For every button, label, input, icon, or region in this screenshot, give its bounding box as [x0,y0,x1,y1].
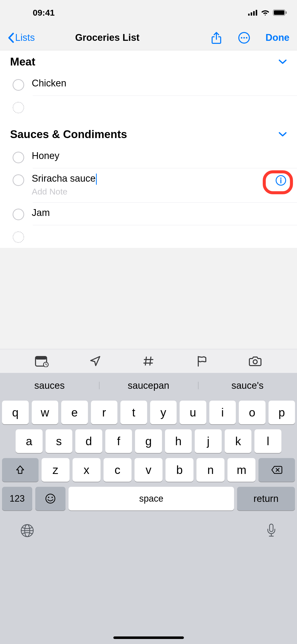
status-time: 09:41 [33,8,55,18]
key[interactable]: q [2,401,29,424]
globe-button[interactable] [20,524,34,538]
svg-line-22 [150,357,151,365]
chevron-down-icon [278,59,287,64]
item-label[interactable]: Jam [32,207,287,219]
svg-point-13 [280,178,282,179]
backspace-key[interactable] [258,458,295,482]
svg-rect-2 [253,11,255,16]
item-label[interactable]: Chicken [32,78,287,89]
key[interactable]: n [196,458,224,482]
location-button[interactable] [88,353,103,369]
key[interactable]: s [46,429,73,453]
info-button[interactable] [275,174,287,186]
emoji-key[interactable] [35,487,65,510]
reminder-item[interactable]: Chicken [0,73,297,96]
section-header[interactable]: Meat [0,50,297,73]
new-item-placeholder[interactable] [0,96,297,118]
section-meat: Meat Chicken [0,50,297,118]
new-item-placeholder[interactable] [0,225,297,248]
numbers-key[interactable]: 123 [2,487,32,510]
key-row-4: 123 space return [2,487,295,510]
key[interactable]: t [120,401,147,424]
space-key[interactable]: space [69,487,234,510]
key-row-3: z x c v b n m [2,458,295,482]
key[interactable]: i [209,401,236,424]
reminder-item-editing[interactable]: Sriracha sauce Add Note [0,168,297,203]
shift-key[interactable] [2,458,38,482]
back-label: Lists [15,32,35,43]
key[interactable]: r [91,401,118,424]
key[interactable]: v [135,458,162,482]
tag-button[interactable] [141,353,156,369]
key[interactable]: l [254,429,281,453]
completion-circle[interactable] [13,174,24,186]
flag-button[interactable] [194,353,209,369]
key[interactable]: e [61,401,88,424]
svg-rect-3 [256,10,257,16]
key-row-2: a s d f g h j k l [2,429,295,453]
completion-circle[interactable] [13,79,24,91]
key[interactable]: f [105,429,132,453]
svg-rect-0 [248,14,250,16]
key[interactable]: b [166,458,193,482]
suggestion[interactable]: sauce's [198,380,297,391]
svg-line-21 [145,357,146,365]
cellular-icon [248,10,258,16]
camera-button[interactable] [248,353,263,369]
svg-rect-6 [286,11,287,14]
svg-point-10 [243,37,245,39]
key[interactable]: h [165,429,192,453]
key[interactable]: p [269,401,295,424]
home-indicator[interactable] [113,636,184,639]
key[interactable]: u [180,401,206,424]
back-button[interactable]: Lists [8,32,35,43]
completion-circle[interactable] [13,152,24,163]
key[interactable]: a [16,429,43,453]
key[interactable]: y [150,401,177,424]
share-button[interactable] [210,31,223,44]
reminder-toolbar [0,349,297,373]
key[interactable]: o [239,401,266,424]
key[interactable]: w [32,401,58,424]
battery-icon [273,9,287,16]
key[interactable]: z [42,458,70,482]
svg-point-29 [46,494,55,503]
suggestion[interactable]: sauces [0,380,99,391]
add-note-placeholder[interactable]: Add Note [32,187,272,197]
reminder-item[interactable]: Honey [0,146,297,168]
key[interactable]: d [75,429,102,453]
more-button[interactable] [238,31,250,44]
key[interactable]: m [227,458,255,482]
return-key[interactable]: return [237,487,295,510]
new-item-circle [13,102,24,113]
svg-rect-5 [274,10,284,15]
status-indicators [248,9,287,16]
key[interactable]: g [135,429,162,453]
date-button[interactable] [34,353,49,369]
svg-point-30 [48,497,49,498]
status-bar: 09:41 [0,0,297,25]
svg-rect-35 [270,524,273,532]
page-title: Groceries List [75,32,140,43]
wifi-icon [261,9,270,16]
key[interactable]: j [195,429,222,453]
svg-point-11 [246,37,247,39]
keyboard-suggestions: sauces saucepan sauce's [0,373,297,398]
dictation-button[interactable] [266,523,277,538]
reminder-item[interactable]: Jam [0,203,297,225]
keyboard-bottom [0,510,297,546]
completion-circle[interactable] [13,209,24,220]
key[interactable]: k [225,429,252,453]
chevron-left-icon [8,33,14,43]
item-label[interactable]: Honey [32,150,287,162]
key[interactable]: c [104,458,131,482]
item-label-editing[interactable]: Sriracha sauce [32,173,272,185]
new-item-circle [13,231,24,243]
suggestion[interactable]: saucepan [99,380,198,391]
content: Meat Chicken Sauces & Condiments [0,50,297,248]
done-button[interactable]: Done [266,32,289,43]
key[interactable]: x [73,458,101,482]
section-header[interactable]: Sauces & Condiments [0,123,297,146]
svg-point-31 [52,497,53,498]
nav-bar: Lists Groceries List Done [0,25,297,50]
